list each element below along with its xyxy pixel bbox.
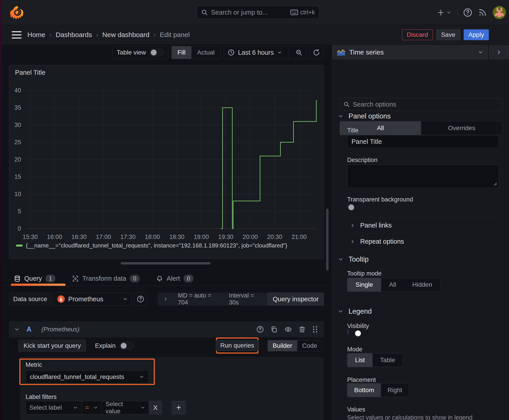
chevron-down-icon: [277, 50, 282, 55]
chevron-down-icon: [93, 405, 98, 410]
delete-query-trash-icon[interactable]: [299, 326, 305, 333]
query-count-badge: 1: [46, 275, 55, 283]
chart-legend[interactable]: {__name__="cloudflared_tunnel_total_requ…: [16, 242, 287, 249]
repeat-options-section[interactable]: Repeat options: [350, 238, 404, 245]
tab-transform-data[interactable]: Transform data 0: [72, 275, 140, 283]
refresh-icon: [313, 49, 320, 56]
legend-mode-table[interactable]: Table: [372, 353, 403, 367]
kick-start-query-button[interactable]: Kick start your query: [18, 340, 86, 352]
tooltip-section-header[interactable]: Tooltip: [338, 255, 369, 263]
collapse-query-chevron-icon[interactable]: [14, 326, 20, 332]
query-help-icon[interactable]: [257, 326, 264, 333]
question-circle-icon: [137, 295, 144, 303]
apply-button[interactable]: Apply: [464, 29, 489, 40]
legend-mode-list[interactable]: List: [347, 353, 372, 367]
collapse-sidebar-button[interactable]: [489, 45, 509, 59]
max-data-points-summary: MD = auto = 704: [178, 292, 219, 306]
breadcrumb-dashboards[interactable]: Dashboards: [56, 31, 92, 39]
grafana-logo-icon[interactable]: [9, 5, 25, 20]
news-rss-icon[interactable]: [478, 8, 487, 17]
legend-placement-bottom[interactable]: Bottom: [347, 383, 381, 397]
query-row-header[interactable]: A (Prometheus): [9, 321, 324, 338]
chevron-down-icon: [446, 10, 451, 15]
query-options-summary[interactable]: MD = auto = 704 Interval = 30s: [158, 292, 267, 306]
builder-code-segment: Builder Code: [267, 340, 322, 351]
remove-filter-button[interactable]: X: [149, 401, 162, 414]
time-range-picker[interactable]: Last 6 hours: [224, 46, 306, 59]
time-series-chart[interactable]: 051015202530354015:3016:0016:3017:0017:3…: [9, 65, 324, 259]
code-option[interactable]: Code: [297, 340, 322, 351]
table-view-toggle[interactable]: [150, 49, 164, 56]
refresh-button[interactable]: [309, 46, 324, 59]
builder-option[interactable]: Builder: [268, 340, 297, 351]
fill-option[interactable]: Fill: [172, 46, 191, 59]
chevron-down-icon: [122, 296, 128, 302]
svg-text:20: 20: [14, 156, 21, 163]
chevron-down-icon: [140, 405, 145, 410]
title-label: Title: [347, 127, 358, 134]
chevron-down-icon: [338, 308, 344, 314]
topbar-divider: [457, 8, 457, 17]
metric-select[interactable]: cloudflared_tunnel_total_requests: [26, 370, 149, 383]
run-queries-highlight-box: Run queries: [216, 338, 258, 354]
svg-text:17:30: 17:30: [120, 233, 136, 240]
svg-text:16:30: 16:30: [71, 233, 87, 240]
legend-visibility-toggle[interactable]: [348, 330, 348, 334]
pane-resize-handle[interactable]: [121, 262, 211, 264]
legend-section-header[interactable]: Legend: [338, 307, 372, 315]
options-scrollbar-thumb[interactable]: [326, 209, 328, 270]
visualization-picker[interactable]: Time series: [332, 45, 488, 59]
chevron-right-icon: [350, 239, 355, 244]
description-textarea[interactable]: [347, 165, 499, 188]
global-search-input[interactable]: Search or jump to... ctrl+k: [197, 6, 319, 19]
breadcrumb-home[interactable]: Home: [27, 31, 45, 39]
run-queries-button[interactable]: Run queries: [216, 340, 259, 351]
add-filter-button[interactable]: +: [172, 401, 185, 414]
resize-corner-icon[interactable]: [492, 181, 498, 186]
menu-toggle-button[interactable]: [12, 31, 22, 39]
data-source-picker[interactable]: Prometheus: [53, 292, 132, 306]
select-value-dropdown[interactable]: Select value: [102, 401, 149, 414]
select-label-dropdown[interactable]: Select label: [26, 401, 82, 414]
svg-text:15: 15: [14, 173, 21, 180]
time-series-viz-icon: [337, 49, 346, 56]
chevron-down-icon: [338, 113, 344, 119]
overrides-tab[interactable]: Overrides: [421, 121, 502, 135]
data-source-help-button[interactable]: [134, 292, 147, 306]
save-button[interactable]: Save: [436, 29, 460, 40]
breadcrumb-edit-panel: Edit panel: [160, 31, 190, 39]
chevron-down-icon: [73, 405, 78, 410]
search-icon: [201, 9, 208, 16]
options-search-input[interactable]: Search options: [340, 98, 502, 111]
discard-button[interactable]: Discard: [402, 29, 433, 40]
tooltip-mode-all[interactable]: All: [381, 278, 404, 292]
legend-placement-right[interactable]: Right: [381, 383, 409, 397]
breadcrumb-new-dashboard[interactable]: New dashboard: [102, 31, 150, 39]
create-new-button[interactable]: [437, 9, 451, 16]
query-inspector-button[interactable]: Query inspector: [267, 292, 324, 306]
tooltip-mode-segment: Single All Hidden: [347, 278, 441, 292]
operator-dropdown[interactable]: =: [82, 401, 102, 414]
chevron-right-icon: [496, 49, 502, 55]
visualization-type: Time series: [349, 48, 384, 56]
tab-alert[interactable]: Alert 0: [156, 275, 193, 283]
drag-handle-icon[interactable]: [312, 326, 318, 333]
panel-links-section[interactable]: Panel links: [350, 222, 392, 229]
panel-options-section-header[interactable]: Panel options: [338, 112, 391, 120]
panel-title-input[interactable]: Panel Title: [347, 135, 499, 148]
svg-text:40: 40: [14, 87, 21, 94]
chevron-right-icon: [163, 296, 168, 302]
user-avatar[interactable]: [493, 6, 506, 19]
transparent-background-toggle[interactable]: [347, 203, 348, 208]
tab-query[interactable]: Query 1: [14, 275, 55, 283]
explain-toggle[interactable]: [120, 342, 134, 350]
table-view-label: Table view: [117, 49, 146, 56]
zoom-out-button[interactable]: [292, 46, 306, 59]
duplicate-query-icon[interactable]: [270, 326, 278, 333]
breadcrumb: Home › Dashboards › New dashboard › Edit…: [27, 31, 190, 39]
tooltip-mode-hidden[interactable]: Hidden: [404, 278, 440, 292]
help-icon[interactable]: [463, 8, 472, 17]
toggle-visibility-eye-icon[interactable]: [284, 326, 292, 333]
actual-option[interactable]: Actual: [191, 46, 220, 59]
tooltip-mode-single[interactable]: Single: [347, 278, 381, 292]
